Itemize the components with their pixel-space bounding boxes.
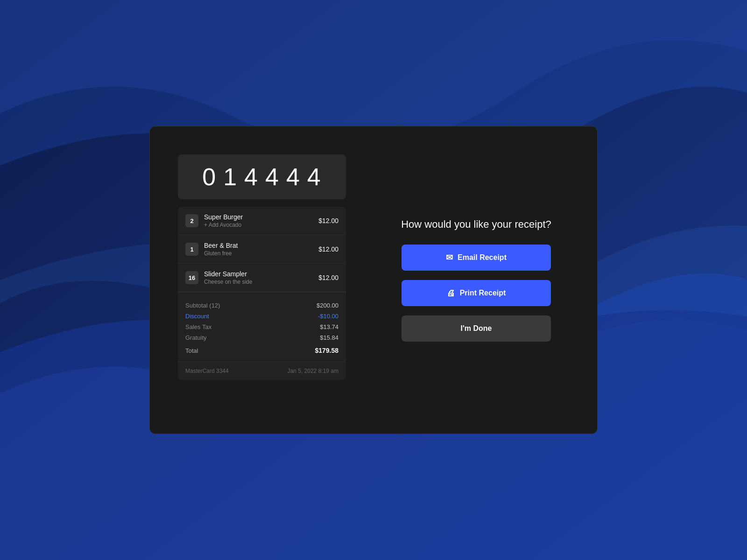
- order-digit-1: 0: [202, 163, 217, 191]
- item-info-3: Slider Sampler Cheese on the side: [204, 270, 313, 285]
- email-icon: ✉: [446, 252, 453, 263]
- discount-row: Discount -$10.00: [185, 311, 338, 322]
- total-row: Total $179.58: [185, 345, 338, 356]
- order-digit-4: 4: [265, 163, 280, 191]
- receipt-footer: MasterCard 3344 Jan 5, 2022 8:19 am: [178, 362, 346, 380]
- item-price-1: $12.00: [318, 217, 338, 224]
- receipt-modal: 0 1 4 4 4 4 2 Super Burger + Add Avocado…: [149, 126, 598, 434]
- tax-row: Sales Tax $13.74: [185, 322, 338, 332]
- item-qty-2: 1: [185, 243, 198, 256]
- receipt-datetime: Jan 5, 2022 8:19 am: [288, 368, 338, 374]
- receipt-panel: 0 1 4 4 4 4 2 Super Burger + Add Avocado…: [178, 154, 346, 406]
- gratuity-label: Gratuity: [185, 334, 207, 341]
- order-digit-2: 1: [223, 163, 238, 191]
- order-digit-3: 4: [244, 163, 259, 191]
- item-price-2: $12.00: [318, 245, 338, 253]
- tax-label: Sales Tax: [185, 323, 211, 330]
- item-name-2: Beer & Brat: [204, 242, 313, 249]
- order-digit-6: 4: [307, 163, 322, 191]
- total-label: Total: [185, 347, 198, 354]
- discount-value: -$10.00: [318, 313, 338, 320]
- item-info-2: Beer & Brat Gluten free: [204, 242, 313, 257]
- subtotal-label: Subtotal (12): [185, 302, 220, 309]
- print-icon: 🖨: [447, 288, 455, 298]
- receipt-item-1: 2 Super Burger + Add Avocado $12.00: [178, 207, 346, 235]
- receipt-item-3: 16 Slider Sampler Cheese on the side $12…: [178, 264, 346, 292]
- email-receipt-label: Email Receipt: [458, 253, 507, 262]
- item-info-1: Super Burger + Add Avocado: [204, 213, 313, 228]
- subtotal-value: $200.00: [317, 302, 338, 309]
- receipt-question: How would you like your receipt?: [401, 218, 551, 231]
- gratuity-row: Gratuity $15.84: [185, 332, 338, 343]
- order-number-display: 0 1 4 4 4 4: [178, 154, 346, 199]
- gratuity-value: $15.84: [320, 334, 338, 341]
- total-value: $179.58: [315, 347, 338, 354]
- receipt-totals: Subtotal (12) $200.00 Discount -$10.00 S…: [178, 292, 346, 362]
- discount-label: Discount: [185, 313, 209, 320]
- card-info: MasterCard 3344: [185, 368, 229, 374]
- item-price-3: $12.00: [318, 274, 338, 281]
- order-digit-5: 4: [286, 163, 301, 191]
- print-receipt-label: Print Receipt: [460, 289, 506, 297]
- item-name-3: Slider Sampler: [204, 270, 313, 278]
- done-button[interactable]: I'm Done: [402, 315, 551, 342]
- actions-panel: How would you like your receipt? ✉ Email…: [383, 154, 569, 406]
- modal-overlay: 0 1 4 4 4 4 2 Super Burger + Add Avocado…: [0, 0, 747, 560]
- items-totals-container: 2 Super Burger + Add Avocado $12.00 1 Be…: [178, 207, 346, 380]
- receipt-item-2: 1 Beer & Brat Gluten free $12.00: [178, 235, 346, 264]
- done-label: I'm Done: [461, 324, 492, 333]
- item-modifier-2: Gluten free: [204, 250, 313, 257]
- item-modifier-3: Cheese on the side: [204, 279, 313, 285]
- tax-value: $13.74: [320, 323, 338, 330]
- subtotal-row: Subtotal (12) $200.00: [185, 300, 338, 311]
- print-receipt-button[interactable]: 🖨 Print Receipt: [402, 280, 551, 306]
- item-qty-1: 2: [185, 214, 198, 227]
- email-receipt-button[interactable]: ✉ Email Receipt: [402, 245, 551, 271]
- item-modifier-1: + Add Avocado: [204, 222, 313, 228]
- item-qty-3: 16: [185, 271, 198, 284]
- item-name-1: Super Burger: [204, 213, 313, 221]
